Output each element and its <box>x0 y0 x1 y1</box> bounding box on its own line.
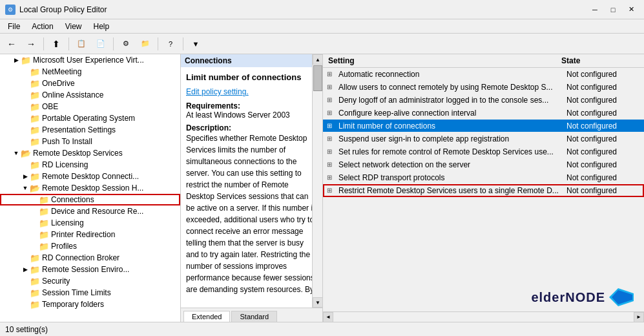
tree-item-device-resource[interactable]: 📁 Device and Resource Re... <box>0 205 180 217</box>
settings-button[interactable]: ⚙ <box>117 36 135 52</box>
scroll-thumb[interactable] <box>313 65 322 91</box>
setting-name-8: Select RDP transport protocols <box>336 173 566 182</box>
tree-item-licensing[interactable]: 📁 Licensing <box>0 217 180 229</box>
settings-row-9[interactable]: ⊞ Restrict Remote Desktop Services users… <box>323 184 644 197</box>
tree-item-rd-connection-broker[interactable]: 📁 RD Connection Broker <box>0 252 180 264</box>
help-button[interactable]: ? <box>161 36 180 52</box>
folder-icon-printer-redirection: 📁 <box>39 230 49 239</box>
edit-policy-link[interactable]: Edit policy setting. <box>186 87 249 96</box>
tree-item-presentation[interactable]: 📁 Presentation Settings <box>0 124 180 136</box>
tree-item-rd-session-host[interactable]: ▼ 📂 Remote Desktop Session H... <box>0 182 180 194</box>
show-hide-button[interactable]: 📋 <box>72 36 90 52</box>
panels-row: ▶ 📁 Microsoft User Experience Virt... 📁 … <box>0 54 644 322</box>
tree-label-onedrive: OneDrive <box>42 79 75 88</box>
minimize-button[interactable]: ─ <box>587 3 603 16</box>
toolbar-separator-4 <box>158 37 158 50</box>
tree-item-online-assistance[interactable]: 📁 Online Assistance <box>0 89 180 101</box>
folder-button[interactable]: 📁 <box>136 36 154 52</box>
maximize-button[interactable]: □ <box>605 3 621 16</box>
tree-item-ms-user-exp[interactable]: ▶ 📁 Microsoft User Experience Virt... <box>0 54 180 66</box>
folder-icon-obe: 📁 <box>30 102 40 111</box>
settings-row-4[interactable]: ⊞ Limit number of connections Not config… <box>323 120 644 132</box>
tree-item-temporary-folders[interactable]: 📁 Temporary folders <box>0 299 180 310</box>
close-button[interactable]: ✕ <box>623 3 639 16</box>
setting-state-8: Not configured <box>566 173 644 182</box>
tree-item-rd-connection[interactable]: ▶ 📁 Remote Desktop Connecti... <box>0 171 180 182</box>
desc-title: Limit number of connections <box>186 72 317 82</box>
setting-state-3: Not configured <box>566 109 644 118</box>
tree-label-netmeeting: NetMeeting <box>42 67 81 76</box>
folder-icon-security: 📁 <box>30 277 40 286</box>
scroll-down-arrow[interactable]: ▼ <box>313 297 322 308</box>
tree-item-rds[interactable]: ▼ 📂 Remote Desktop Services <box>0 147 180 159</box>
menu-help[interactable]: Help <box>88 21 115 32</box>
back-button[interactable]: ← <box>3 36 21 52</box>
scroll-left-arrow[interactable]: ◄ <box>323 312 333 322</box>
expand-icon-rd-connection[interactable]: ▶ <box>21 173 30 180</box>
requirements-heading: Requirements: <box>186 101 317 110</box>
folder-icon-ms-user-exp: 📁 <box>21 56 31 65</box>
folder-icon-connections: 📁 <box>39 195 49 204</box>
menu-action[interactable]: Action <box>26 21 58 32</box>
up-button[interactable]: ⬆ <box>47 36 65 52</box>
expand-icon-ms-user-exp[interactable]: ▶ <box>12 57 21 63</box>
scroll-track-h <box>333 313 634 322</box>
tree-item-session-time-limits[interactable]: 📁 Session Time Limits <box>0 287 180 299</box>
horizontal-scrollbar[interactable]: ◄ ► <box>323 311 644 322</box>
tree-item-netmeeting[interactable]: 📁 NetMeeting <box>0 66 180 78</box>
tree-item-connections[interactable]: 📁 Connections <box>0 194 180 205</box>
menu-file[interactable]: File <box>3 21 25 32</box>
setting-state-0: Not configured <box>566 70 644 79</box>
settings-row-3[interactable]: ⊞ Configure keep-alive connection interv… <box>323 107 644 120</box>
settings-row-7[interactable]: ⊞ Select network detection on the server… <box>323 158 644 171</box>
expand-icon-remote-session-env[interactable]: ▶ <box>21 266 30 273</box>
setting-name-5: Suspend user sign-in to complete app reg… <box>336 134 566 143</box>
tree-item-portable-os[interactable]: 📁 Portable Operating System <box>0 112 180 124</box>
tree-label-rd-licensing: RD Licensing <box>42 160 88 169</box>
setting-name-3: Configure keep-alive connection interval <box>336 109 566 118</box>
folder-icon-profiles: 📁 <box>39 242 49 251</box>
tree-panel[interactable]: ▶ 📁 Microsoft User Experience Virt... 📁 … <box>0 54 181 322</box>
properties-button[interactable]: 📄 <box>92 36 110 52</box>
desc-panel-header: Connections <box>181 54 322 67</box>
forward-button[interactable]: → <box>22 36 40 52</box>
tree-label-printer-redirection: Printer Redirection <box>51 230 115 239</box>
settings-row-5[interactable]: ⊞ Suspend user sign-in to complete app r… <box>323 132 644 145</box>
filter-button[interactable]: ▼ <box>187 36 205 52</box>
toolbar-separator-2 <box>68 37 69 50</box>
tree-item-push-to-install[interactable]: 📁 Push To Install <box>0 136 180 147</box>
setting-name-7: Select network detection on the server <box>336 160 566 169</box>
tab-extended[interactable]: Extended <box>183 311 230 322</box>
settings-row-0[interactable]: ⊞ Automatic reconnection Not configured <box>323 68 644 81</box>
settings-list: ⊞ Automatic reconnection Not configured … <box>323 68 644 311</box>
tab-standard[interactable]: Standard <box>231 311 277 322</box>
folder-icon-licensing: 📁 <box>39 218 49 227</box>
tree-label-session-time-limits: Session Time Limits <box>42 288 111 297</box>
scroll-up-arrow[interactable]: ▲ <box>313 54 322 65</box>
toolbar: ← → ⬆ 📋 📄 ⚙ 📁 ? ▼ <box>0 34 644 54</box>
tree-label-rds: Remote Desktop Services <box>33 149 123 158</box>
settings-row-2[interactable]: ⊞ Deny logoff of an administrator logged… <box>323 94 644 107</box>
tree-item-printer-redirection[interactable]: 📁 Printer Redirection <box>0 229 180 240</box>
folder-icon-rds: 📂 <box>21 149 31 158</box>
folder-icon-device-resource: 📁 <box>39 207 49 216</box>
expand-icon-rds[interactable]: ▼ <box>12 150 21 156</box>
tree-item-security[interactable]: 📁 Security <box>0 275 180 287</box>
tree-item-remote-session-env[interactable]: ▶ 📁 Remote Session Enviro... <box>0 264 180 275</box>
tree-item-onedrive[interactable]: 📁 OneDrive <box>0 78 180 89</box>
menu-view[interactable]: View <box>60 21 87 32</box>
settings-row-1[interactable]: ⊞ Allow users to connect remotely by usi… <box>323 81 644 94</box>
expand-icon-rd-session-host[interactable]: ▼ <box>21 185 30 191</box>
setting-name-4: Limit number of connections <box>336 121 566 131</box>
tree-item-profiles[interactable]: 📁 Profiles <box>0 240 180 252</box>
window-controls: ─ □ ✕ <box>587 3 639 16</box>
desc-scrollbar[interactable]: ▲ ▼ <box>312 54 322 308</box>
settings-icon-9: ⊞ <box>323 187 336 194</box>
scroll-right-arrow[interactable]: ► <box>634 312 644 322</box>
tree-item-obe[interactable]: 📁 OBE <box>0 101 180 112</box>
title-bar: ⚙ Local Group Policy Editor ─ □ ✕ <box>0 0 644 19</box>
settings-row-6[interactable]: ⊞ Set rules for remote control of Remote… <box>323 145 644 158</box>
settings-icon-7: ⊞ <box>323 161 336 168</box>
settings-row-8[interactable]: ⊞ Select RDP transport protocols Not con… <box>323 171 644 184</box>
tree-item-rd-licensing[interactable]: 📁 RD Licensing <box>0 159 180 171</box>
